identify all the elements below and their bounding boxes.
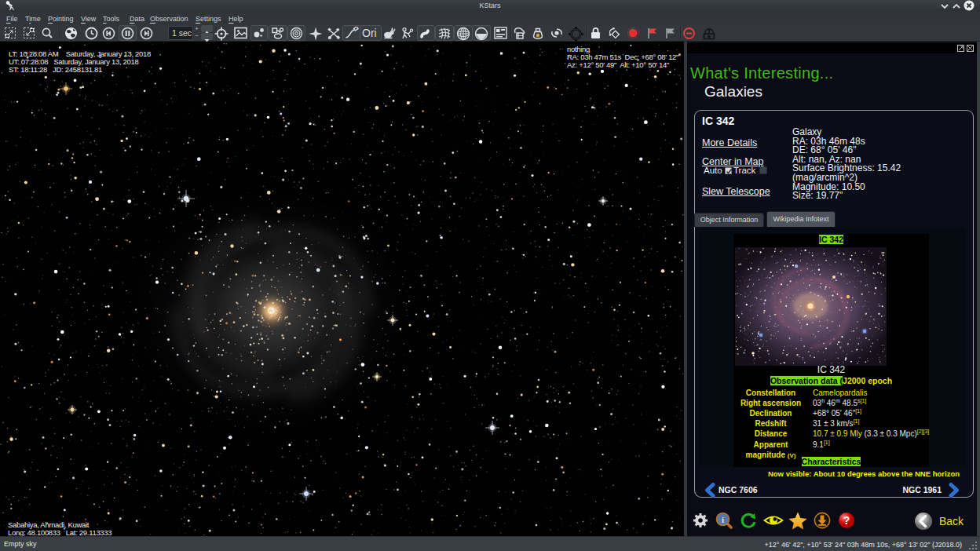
svg-text:i: i (722, 515, 724, 524)
svg-text:?: ? (843, 514, 850, 527)
svg-text:Ori: Ori (362, 27, 377, 39)
